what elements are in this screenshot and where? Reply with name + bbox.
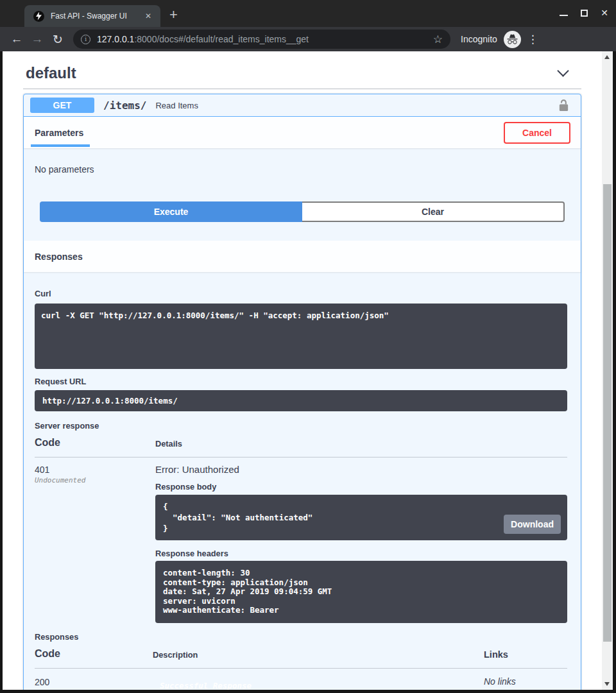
operation-summary[interactable]: GET /items/ Read Items (24, 94, 581, 117)
parameters-header: Parameters Cancel (24, 117, 581, 148)
response-description-block: Successful Response (153, 675, 466, 693)
operation-path: /items/ (103, 99, 146, 112)
unlock-icon[interactable] (558, 98, 570, 112)
curl-command[interactable]: curl -X GET "http://127.0.0.1:8000/items… (35, 304, 567, 369)
new-tab-button[interactable]: + (169, 6, 178, 23)
no-links-text: No links (484, 669, 567, 687)
response-headers-value: content-length: 30 content-type: applica… (155, 561, 567, 623)
browser-menu-icon[interactable]: ⋮ (527, 33, 538, 46)
window-maximize-button[interactable] (581, 10, 588, 17)
tab-close-icon[interactable]: ✕ (142, 10, 154, 22)
execute-wrapper: Execute Clear (24, 201, 581, 241)
fastapi-favicon-icon (33, 11, 44, 22)
response-200-row: 200 Successful Response No links (35, 669, 567, 693)
scrollbar-down-icon[interactable] (604, 682, 610, 686)
tag-divider (23, 89, 581, 89)
url-text[interactable]: 127.0.0.1:8000/docs#/default/read_items_… (97, 34, 428, 44)
status-code-200: 200 (35, 669, 153, 687)
scrollbar-thumb[interactable] (603, 184, 612, 642)
method-badge: GET (30, 98, 94, 113)
incognito-label: Incognito (461, 34, 497, 44)
tag-section-header[interactable]: default (23, 62, 581, 82)
status-code: 401 (35, 458, 155, 475)
responses-table-header: Code Description Links (35, 648, 567, 669)
column-links: Links (484, 649, 567, 660)
window-close-button[interactable]: ✕ (601, 8, 608, 17)
browser-tab[interactable]: Fast API - Swagger UI ✕ (24, 5, 160, 27)
column-code: Code (35, 437, 155, 449)
scrollbar[interactable] (602, 51, 613, 690)
browser-toolbar: ← → ↻ i 127.0.0.1:8000/docs#/default/rea… (0, 27, 616, 51)
tab-title: Fast API - Swagger UI (51, 12, 142, 21)
error-title: Error: Unauthorized (155, 458, 567, 475)
tab-parameters[interactable]: Parameters (35, 117, 83, 148)
column-description: Description (153, 650, 484, 660)
page-info-icon[interactable]: i (81, 35, 90, 44)
chevron-down-icon[interactable] (557, 65, 569, 76)
server-response-table-header: Code Details (35, 437, 567, 458)
no-parameters-text: No parameters (35, 164, 94, 175)
column-code: Code (35, 648, 153, 660)
cancel-button[interactable]: Cancel (504, 122, 570, 144)
undocumented-note: Undocumented (35, 476, 155, 484)
responses-header: Responses (24, 241, 581, 272)
operation-block: GET /items/ Read Items Parameters Cancel… (23, 94, 581, 693)
browser-titlebar: Fast API - Swagger UI ✕ + ✕ (0, 0, 616, 27)
incognito-icon (504, 31, 521, 48)
parameters-body: No parameters (24, 148, 581, 201)
response-body-label: Response body (155, 482, 567, 492)
operation-summary-text: Read Items (155, 101, 198, 110)
page-viewport: default GET /items/ Read Items Parameter… (0, 51, 616, 693)
execute-button[interactable]: Execute (40, 201, 302, 222)
url-path: :8000/docs#/default/read_items_items__ge… (134, 34, 309, 44)
response-description-text: Successful Response (160, 681, 252, 690)
column-details: Details (155, 439, 567, 449)
server-response-row: 401 Undocumented Error: Unauthorized Res… (35, 458, 567, 623)
forward-icon[interactable]: → (27, 32, 47, 46)
download-button[interactable]: Download (504, 515, 561, 534)
url-host: 127.0.0.1 (97, 34, 134, 44)
responses-inner: Curl curl -X GET "http://127.0.0.1:8000/… (24, 272, 581, 693)
scrollbar-up-icon[interactable] (604, 55, 610, 59)
clear-button[interactable]: Clear (302, 201, 565, 222)
documented-responses-label: Responses (35, 632, 567, 642)
responses-title: Responses (35, 252, 83, 262)
window-minimize-button[interactable] (560, 15, 568, 16)
server-response-label: Server response (35, 421, 567, 431)
request-url-value: http://127.0.0.1:8000/items/ (35, 390, 567, 411)
request-url-label: Request URL (35, 377, 567, 386)
reload-icon[interactable]: ↻ (47, 32, 68, 47)
bookmark-star-icon[interactable]: ☆ (433, 33, 443, 46)
curl-label: Curl (35, 289, 567, 298)
address-bar[interactable]: i 127.0.0.1:8000/docs#/default/read_item… (73, 30, 450, 49)
back-icon[interactable]: ← (6, 32, 27, 46)
response-headers-label: Response headers (155, 549, 567, 558)
tag-title: default (26, 64, 76, 82)
